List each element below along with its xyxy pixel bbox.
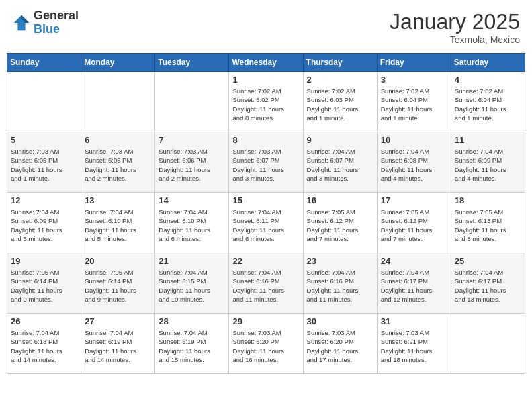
day-info: Sunrise: 7:04 AM Sunset: 6:19 PM Dayligh… [159,328,225,364]
calendar-cell: 28Sunrise: 7:04 AM Sunset: 6:19 PM Dayli… [155,314,229,374]
logo-blue-text: Blue [34,22,60,36]
day-number: 26 [11,316,77,326]
calendar-cell: 21Sunrise: 7:04 AM Sunset: 6:15 PM Dayli… [155,253,229,314]
calendar-week-row: 26Sunrise: 7:04 AM Sunset: 6:18 PM Dayli… [7,314,525,374]
day-info: Sunrise: 7:04 AM Sunset: 6:09 PM Dayligh… [11,208,77,243]
calendar-cell: 20Sunrise: 7:05 AM Sunset: 6:14 PM Dayli… [81,253,155,314]
day-number: 8 [232,135,299,145]
calendar-cell: 1Sunrise: 7:02 AM Sunset: 6:02 PM Daylig… [229,72,303,132]
calendar-cell [7,72,81,132]
logo-icon [12,13,31,32]
day-info: Sunrise: 7:03 AM Sunset: 6:20 PM Dayligh… [232,328,299,364]
calendar-cell: 7Sunrise: 7:03 AM Sunset: 6:06 PM Daylig… [155,132,229,193]
day-info: Sunrise: 7:04 AM Sunset: 6:10 PM Dayligh… [159,208,225,243]
day-of-week-header: Wednesday [229,54,303,72]
day-info: Sunrise: 7:02 AM Sunset: 6:02 PM Dayligh… [232,87,299,122]
calendar-cell [155,72,229,132]
calendar-body: 1Sunrise: 7:02 AM Sunset: 6:02 PM Daylig… [7,72,525,374]
day-number: 24 [381,256,447,266]
day-number: 2 [307,75,373,85]
day-of-week-header: Thursday [303,54,377,72]
calendar-cell: 8Sunrise: 7:03 AM Sunset: 6:07 PM Daylig… [229,132,303,193]
calendar-week-row: 1Sunrise: 7:02 AM Sunset: 6:02 PM Daylig… [7,72,525,132]
day-info: Sunrise: 7:04 AM Sunset: 6:07 PM Dayligh… [307,147,373,183]
day-number: 20 [85,256,151,266]
day-info: Sunrise: 7:03 AM Sunset: 6:21 PM Dayligh… [381,328,447,364]
calendar-cell: 15Sunrise: 7:04 AM Sunset: 6:11 PM Dayli… [229,193,303,253]
calendar-cell: 5Sunrise: 7:03 AM Sunset: 6:05 PM Daylig… [7,132,81,193]
day-of-week-header: Saturday [451,54,525,72]
day-number: 7 [159,135,225,145]
calendar-cell: 30Sunrise: 7:03 AM Sunset: 6:20 PM Dayli… [303,314,377,374]
day-info: Sunrise: 7:04 AM Sunset: 6:15 PM Dayligh… [159,268,225,304]
calendar-cell: 11Sunrise: 7:04 AM Sunset: 6:09 PM Dayli… [451,132,525,193]
calendar-cell [81,72,155,132]
day-number: 22 [232,256,299,266]
calendar-cell: 2Sunrise: 7:02 AM Sunset: 6:03 PM Daylig… [303,72,377,132]
day-number: 17 [381,195,447,205]
calendar-cell: 14Sunrise: 7:04 AM Sunset: 6:10 PM Dayli… [155,193,229,253]
day-number: 15 [232,195,299,205]
day-number: 16 [307,195,373,205]
calendar-cell: 26Sunrise: 7:04 AM Sunset: 6:18 PM Dayli… [7,314,81,374]
day-number: 10 [381,135,447,145]
calendar-cell [451,314,525,374]
day-number: 14 [159,195,225,205]
day-info: Sunrise: 7:04 AM Sunset: 6:17 PM Dayligh… [381,268,447,304]
day-info: Sunrise: 7:04 AM Sunset: 6:09 PM Dayligh… [455,147,521,183]
day-of-week-header: Monday [81,54,155,72]
day-number: 4 [455,75,521,85]
calendar-cell: 4Sunrise: 7:02 AM Sunset: 6:04 PM Daylig… [451,72,525,132]
day-number: 21 [159,256,225,266]
calendar-cell: 29Sunrise: 7:03 AM Sunset: 6:20 PM Dayli… [229,314,303,374]
calendar-header: SundayMondayTuesdayWednesdayThursdayFrid… [7,54,525,72]
calendar-cell: 27Sunrise: 7:04 AM Sunset: 6:19 PM Dayli… [81,314,155,374]
day-info: Sunrise: 7:05 AM Sunset: 6:12 PM Dayligh… [381,208,447,243]
calendar-cell: 23Sunrise: 7:04 AM Sunset: 6:16 PM Dayli… [303,253,377,314]
day-of-week-header: Friday [377,54,451,72]
day-number: 5 [11,135,77,145]
day-info: Sunrise: 7:02 AM Sunset: 6:04 PM Dayligh… [381,87,447,122]
calendar-cell: 13Sunrise: 7:04 AM Sunset: 6:10 PM Dayli… [81,193,155,253]
calendar-cell: 6Sunrise: 7:03 AM Sunset: 6:05 PM Daylig… [81,132,155,193]
day-info: Sunrise: 7:05 AM Sunset: 6:14 PM Dayligh… [85,268,151,304]
day-number: 3 [381,75,447,85]
day-number: 6 [85,135,151,145]
day-number: 28 [159,316,225,326]
logo: General Blue [12,9,79,36]
calendar-cell: 17Sunrise: 7:05 AM Sunset: 6:12 PM Dayli… [377,193,451,253]
page-header: General Blue January 2025 Texmola, Mexic… [7,7,525,48]
day-number: 1 [232,75,299,85]
calendar-week-row: 12Sunrise: 7:04 AM Sunset: 6:09 PM Dayli… [7,193,525,253]
day-info: Sunrise: 7:03 AM Sunset: 6:05 PM Dayligh… [85,147,151,183]
day-number: 27 [85,316,151,326]
calendar-week-row: 19Sunrise: 7:05 AM Sunset: 6:14 PM Dayli… [7,253,525,314]
day-info: Sunrise: 7:04 AM Sunset: 6:11 PM Dayligh… [232,208,299,243]
calendar-cell: 3Sunrise: 7:02 AM Sunset: 6:04 PM Daylig… [377,72,451,132]
day-number: 29 [232,316,299,326]
day-info: Sunrise: 7:02 AM Sunset: 6:03 PM Dayligh… [307,87,373,122]
day-number: 9 [307,135,373,145]
day-number: 13 [85,195,151,205]
location: Texmola, Mexico [390,34,520,45]
day-number: 30 [307,316,373,326]
day-info: Sunrise: 7:05 AM Sunset: 6:13 PM Dayligh… [455,208,521,243]
day-info: Sunrise: 7:04 AM Sunset: 6:08 PM Dayligh… [381,147,447,183]
calendar-cell: 10Sunrise: 7:04 AM Sunset: 6:08 PM Dayli… [377,132,451,193]
logo-general-text: General [34,9,79,22]
day-number: 19 [11,256,77,266]
day-info: Sunrise: 7:03 AM Sunset: 6:07 PM Dayligh… [232,147,299,183]
calendar-cell: 9Sunrise: 7:04 AM Sunset: 6:07 PM Daylig… [303,132,377,193]
calendar-cell: 31Sunrise: 7:03 AM Sunset: 6:21 PM Dayli… [377,314,451,374]
day-info: Sunrise: 7:03 AM Sunset: 6:05 PM Dayligh… [11,147,77,183]
day-number: 25 [455,256,521,266]
calendar-cell: 19Sunrise: 7:05 AM Sunset: 6:14 PM Dayli… [7,253,81,314]
day-info: Sunrise: 7:03 AM Sunset: 6:20 PM Dayligh… [307,328,373,364]
day-info: Sunrise: 7:02 AM Sunset: 6:04 PM Dayligh… [455,87,521,122]
day-number: 11 [455,135,521,145]
day-info: Sunrise: 7:05 AM Sunset: 6:12 PM Dayligh… [307,208,373,243]
logo-text: General Blue [34,9,79,36]
day-number: 23 [307,256,373,266]
day-number: 12 [11,195,77,205]
day-number: 31 [381,316,447,326]
